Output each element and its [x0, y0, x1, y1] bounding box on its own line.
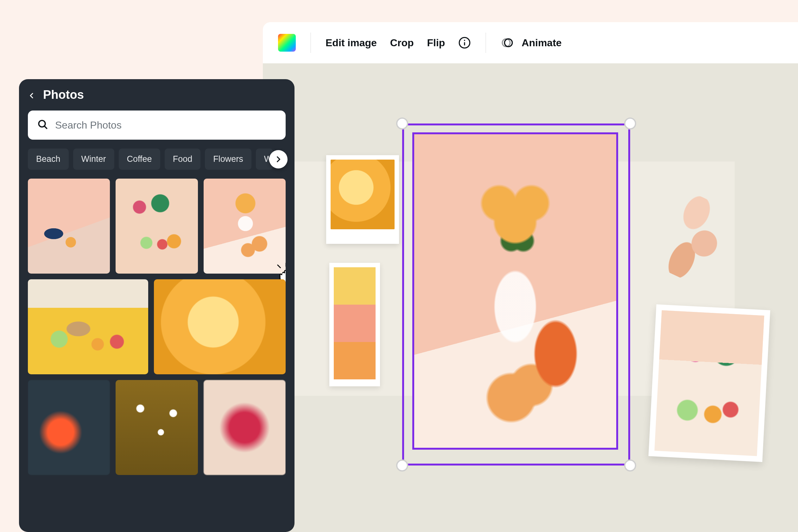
chips-scroll-right[interactable]	[269, 150, 287, 169]
color-palette-card[interactable]	[329, 263, 380, 386]
back-button[interactable]	[28, 91, 36, 99]
photo-thumb[interactable]	[116, 380, 197, 475]
editor-window: Edit image Crop Flip Animate	[263, 22, 798, 532]
photo-thumb[interactable]	[28, 380, 110, 475]
photo-thumb[interactable]	[28, 279, 148, 374]
photo-thumb[interactable]	[116, 178, 197, 273]
search-input[interactable]	[55, 119, 277, 131]
photo-thumb[interactable]	[28, 178, 110, 273]
color-picker-button[interactable]	[278, 34, 296, 52]
polaroid-image	[330, 159, 395, 229]
animate-button[interactable]: Animate	[521, 37, 562, 49]
chip-food[interactable]: Food	[165, 149, 201, 170]
animate-icon	[501, 36, 514, 50]
moodboard-photo[interactable]	[648, 304, 771, 462]
resize-handle-top-left[interactable]	[396, 117, 408, 130]
svg-line-7	[278, 265, 281, 268]
chip-coffee[interactable]: Coffee	[119, 149, 160, 170]
palette-swatch-1	[334, 267, 376, 305]
edit-image-button[interactable]: Edit image	[325, 37, 377, 49]
resize-handle-bottom-right[interactable]	[624, 459, 636, 472]
selected-image[interactable]	[402, 124, 630, 466]
toolbar-divider	[310, 33, 311, 53]
photo-thumb[interactable]	[204, 178, 286, 273]
crop-button[interactable]: Crop	[390, 37, 414, 49]
category-chips: Beach Winter Coffee Food Flowers W	[28, 149, 286, 170]
canvas-polaroid[interactable]	[326, 155, 399, 244]
design-canvas[interactable]	[263, 63, 798, 532]
search-input-wrapper[interactable]	[28, 111, 286, 140]
palette-swatch-3	[334, 342, 376, 379]
resize-handle-bottom-left[interactable]	[396, 459, 408, 472]
palette-swatch-2	[334, 305, 376, 342]
svg-point-1	[464, 40, 465, 41]
svg-line-6	[44, 126, 47, 129]
photo-grid	[28, 178, 286, 523]
photo-thumb[interactable]	[204, 380, 286, 475]
search-icon	[37, 118, 49, 132]
selection-outline	[402, 124, 630, 466]
panel-title: Photos	[43, 88, 84, 102]
resize-handle-top-right[interactable]	[624, 117, 636, 130]
image-toolbar: Edit image Crop Flip Animate	[263, 22, 798, 63]
toolbar-divider	[486, 33, 486, 53]
panel-header: Photos	[28, 88, 286, 102]
flip-button[interactable]: Flip	[427, 37, 445, 49]
moodboard-photo-image	[654, 310, 764, 456]
chip-flowers[interactable]: Flowers	[205, 149, 251, 170]
chip-beach[interactable]: Beach	[28, 149, 69, 170]
chip-winter[interactable]: Winter	[73, 149, 114, 170]
photo-thumb[interactable]	[154, 279, 286, 374]
photos-panel: Photos Beach Winter Coffee Food Flowers …	[19, 79, 294, 532]
info-icon[interactable]	[458, 36, 471, 49]
